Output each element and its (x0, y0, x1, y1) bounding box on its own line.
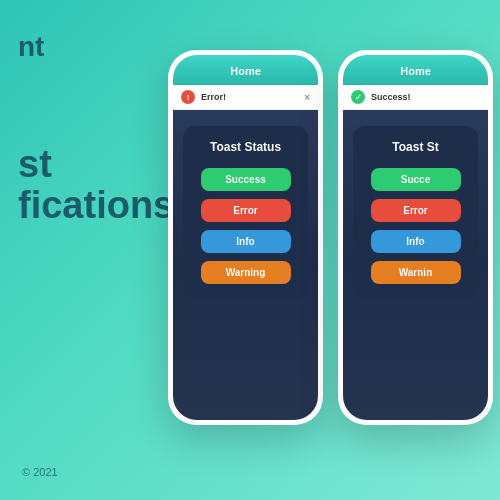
subtitle-line1: st (18, 144, 174, 186)
phone-left-btn-group: Success Error Info Warning (193, 168, 298, 284)
phone-right-topbar: Home (343, 55, 488, 85)
btn-success-right[interactable]: Succe (371, 168, 461, 191)
btn-warning-left[interactable]: Warning (201, 261, 291, 284)
phone-left-card: Toast Status Success Error Info Warning (183, 126, 308, 298)
btn-info-right[interactable]: Info (371, 230, 461, 253)
phone-right: Home ✓ Success! Toast St Succe Error Inf… (338, 50, 493, 425)
phone-right-card: Toast St Succe Error Info Warnin (353, 126, 478, 298)
phone-left-body: Toast Status Success Error Info Warning (173, 110, 318, 420)
phone-right-inner: Home ✓ Success! Toast St Succe Error Inf… (343, 55, 488, 420)
phone-left-toast-bar: ! Error! × (173, 85, 318, 110)
toast-success-message: Success! (371, 92, 480, 102)
btn-success-left[interactable]: Success (201, 168, 291, 191)
btn-warning-right[interactable]: Warnin (371, 261, 461, 284)
phone-left-card-title: Toast Status (193, 140, 298, 154)
phone-right-card-title: Toast St (363, 140, 468, 154)
title-partial: nt (18, 30, 174, 64)
left-text-block: nt st fications (18, 30, 174, 227)
phone-right-body: Toast St Succe Error Info Warnin (343, 110, 488, 420)
toast-success-icon: ✓ (351, 90, 365, 104)
toast-error-icon: ! (181, 90, 195, 104)
toast-close-button[interactable]: × (304, 92, 310, 103)
phone-left-topbar: Home (173, 55, 318, 85)
subtitle-line2: fications (18, 185, 174, 227)
phone-right-home-label: Home (400, 65, 431, 77)
toast-error-message: Error! (201, 92, 298, 102)
btn-error-left[interactable]: Error (201, 199, 291, 222)
phone-left-inner: Home ! Error! × Toast Status Success Err… (173, 55, 318, 420)
phone-right-toast-bar: ✓ Success! (343, 85, 488, 110)
btn-error-right[interactable]: Error (371, 199, 461, 222)
phone-right-btn-group: Succe Error Info Warnin (363, 168, 468, 284)
phone-left-home-label: Home (230, 65, 261, 77)
phone-left: Home ! Error! × Toast Status Success Err… (168, 50, 323, 425)
btn-info-left[interactable]: Info (201, 230, 291, 253)
bottom-label: © 2021 (22, 466, 58, 478)
